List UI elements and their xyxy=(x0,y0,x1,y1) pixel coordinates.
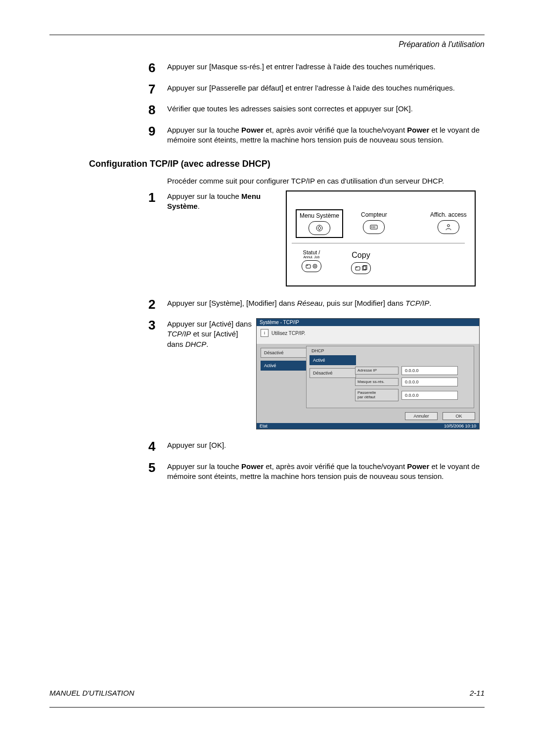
svg-rect-7 xyxy=(306,265,311,268)
text: Appuyer sur la touche xyxy=(167,192,241,200)
text: . xyxy=(206,340,208,348)
step-6: 6 Appuyer sur [Masque ss-rés.] et entrer… xyxy=(148,61,485,75)
dhcp-desactive-button[interactable]: Désactivé xyxy=(310,368,356,378)
step-text: Appuyer sur la touche Power et, après av… xyxy=(167,124,485,145)
ip-address-value: 0.0.0.0 xyxy=(401,366,458,375)
copy-label: Copy xyxy=(351,251,371,260)
status-label: Etat xyxy=(260,424,267,428)
italic-tcpip: TCP/IP xyxy=(405,299,429,307)
key-label: Compteur xyxy=(361,211,387,218)
statut-button-icon xyxy=(302,260,321,272)
subnet-mask-button[interactable]: Masque ss-rés. xyxy=(355,378,399,386)
step-text: Appuyer sur la touche Menu Système. xyxy=(167,190,261,212)
bold-power: Power xyxy=(241,462,264,471)
key-label: Menu Système xyxy=(300,212,339,219)
svg-rect-11 xyxy=(356,267,360,270)
screen-title: Système - TCP/IP xyxy=(257,319,479,326)
step-number: 4 xyxy=(148,439,167,454)
step-8: 8 Vérifier que toutes les adresses saisi… xyxy=(148,103,485,117)
svg-marker-10 xyxy=(314,265,316,267)
info-text: Utilisez TCP/IP. xyxy=(271,331,306,336)
copy-button-icon xyxy=(351,262,371,274)
touchscreen-illustration: Système - TCP/IP i Utilisez TCP/IP. Désa… xyxy=(256,318,480,429)
page-header-section: Préparation à l'utilisation xyxy=(49,40,485,49)
step-number: 5 xyxy=(148,461,167,482)
text: et, après avoir vérifié que la touche/vo… xyxy=(264,462,407,471)
subnet-mask-value: 0.0.0.0 xyxy=(401,378,458,386)
svg-rect-2 xyxy=(370,225,377,229)
text: Appuyer sur la touche xyxy=(167,126,241,134)
dhcp-label: DHCP xyxy=(312,348,471,353)
step-text: Appuyer sur [Passerelle par défaut] et e… xyxy=(167,82,455,96)
step-number: 8 xyxy=(148,103,167,117)
footer-page-number: 2-11 xyxy=(470,689,485,697)
step-2: 2 Appuyer sur [Système], [Modifier] dans… xyxy=(148,297,485,312)
status-bar: Etat 10/5/2006 10:10 xyxy=(257,423,479,429)
step-number: 6 xyxy=(148,61,167,75)
step-9: 9 Appuyer sur la touche Power et, après … xyxy=(148,124,485,145)
text: Appuyer sur [Système], [Modifier] dans xyxy=(167,299,297,307)
step-number: 9 xyxy=(148,124,167,145)
step-text: Appuyer sur [OK]. xyxy=(167,439,226,454)
bold-power: Power xyxy=(407,462,429,471)
step-text: Appuyer sur [Masque ss-rés.] et entrer l… xyxy=(167,61,436,75)
bold-power: Power xyxy=(241,126,264,134)
tcpip-toggle-column: Désactivé Activé xyxy=(261,348,305,374)
step-5: 5 Appuyer sur la touche Power et, après … xyxy=(148,461,485,482)
affich-access-button-icon xyxy=(438,220,459,234)
ip-address-button[interactable]: Adresse IP xyxy=(355,367,399,375)
step-text: Appuyer sur [Système], [Modifier] dans R… xyxy=(167,297,431,312)
key-label: Affich. access xyxy=(430,211,467,218)
text: Annul. Job xyxy=(302,255,321,259)
screen-body: Désactivé Activé DHCP Activé Désactivé xyxy=(257,344,479,423)
italic-tcpip: TCP/IP xyxy=(167,330,191,338)
text: Statut / xyxy=(303,249,320,255)
footer-manual-title: MANUEL D'UTILISATION xyxy=(49,689,134,697)
svg-point-6 xyxy=(447,224,450,227)
step-7: 7 Appuyer sur [Passerelle par défaut] et… xyxy=(148,82,485,96)
step-number: 2 xyxy=(148,297,167,312)
text: . xyxy=(198,202,200,210)
text: et, après avoir vérifié que la touche/vo… xyxy=(264,126,407,134)
menu-systeme-button-icon xyxy=(309,221,330,235)
text: Appuyer sur [Activé] dans xyxy=(167,320,252,328)
cancel-button[interactable]: Annuler xyxy=(405,412,438,420)
page-footer: MANUEL D'UTILISATION 2-11 xyxy=(49,689,485,697)
dhcp-toggle-column: Activé Désactivé xyxy=(310,355,355,404)
svg-point-9 xyxy=(313,264,317,268)
section-intro: Procéder comme suit pour configurer TCP/… xyxy=(167,176,485,186)
step-1: 1 Appuyer sur la touche Menu Système. Me… xyxy=(148,190,485,286)
step-3: 3 Appuyer sur [Activé] dans TCP/IP et su… xyxy=(148,318,485,429)
italic-dhcp: DHCP xyxy=(185,340,207,348)
ok-button[interactable]: OK xyxy=(443,412,475,420)
text: par défaut xyxy=(357,395,375,399)
control-panel-illustration: Menu Système Compteur Affich. a xyxy=(286,190,476,286)
text: Appuyer sur la touche xyxy=(167,462,241,471)
svg-marker-1 xyxy=(318,226,321,230)
tcpip-active-button[interactable]: Activé xyxy=(261,361,311,371)
step-number: 1 xyxy=(148,190,167,205)
gateway-value: 0.0.0.0 xyxy=(401,391,458,400)
info-icon: i xyxy=(261,329,268,337)
gateway-button[interactable]: Passerellepar défaut xyxy=(355,389,399,401)
dhcp-active-button[interactable]: Activé xyxy=(310,355,356,365)
menu-systeme-key: Menu Système xyxy=(296,209,343,238)
text: . xyxy=(429,299,431,307)
text: , puis sur [Modifier] dans xyxy=(322,299,405,307)
step-text: Vérifier que toutes les adresses saisies… xyxy=(167,103,413,117)
tcpip-desactive-button[interactable]: Désactivé xyxy=(261,348,311,358)
step-number: 3 xyxy=(148,318,167,332)
step-number: 7 xyxy=(148,82,167,96)
info-banner: i Utilisez TCP/IP. xyxy=(257,326,479,344)
dhcp-panel: DHCP Activé Désactivé Adresse IP 0.0.0.0 xyxy=(306,346,474,408)
bold-power: Power xyxy=(407,126,429,134)
status-datetime: 10/5/2006 10:10 xyxy=(444,424,476,428)
step-4: 4 Appuyer sur [OK]. xyxy=(148,439,485,454)
step-text: Appuyer sur [Activé] dans TCP/IP et sur … xyxy=(167,318,256,349)
compteur-button-icon xyxy=(363,220,385,234)
step-text: Appuyer sur la touche Power et, après av… xyxy=(167,461,485,482)
italic-reseau: Réseau xyxy=(297,299,323,307)
section-title-dhcp: Configuration TCP/IP (avec adresse DHCP) xyxy=(89,159,485,169)
address-fields: Adresse IP 0.0.0.0 Masque ss-rés. 0.0.0.… xyxy=(355,355,471,404)
statut-label: Statut / Annul. Job xyxy=(302,250,321,259)
